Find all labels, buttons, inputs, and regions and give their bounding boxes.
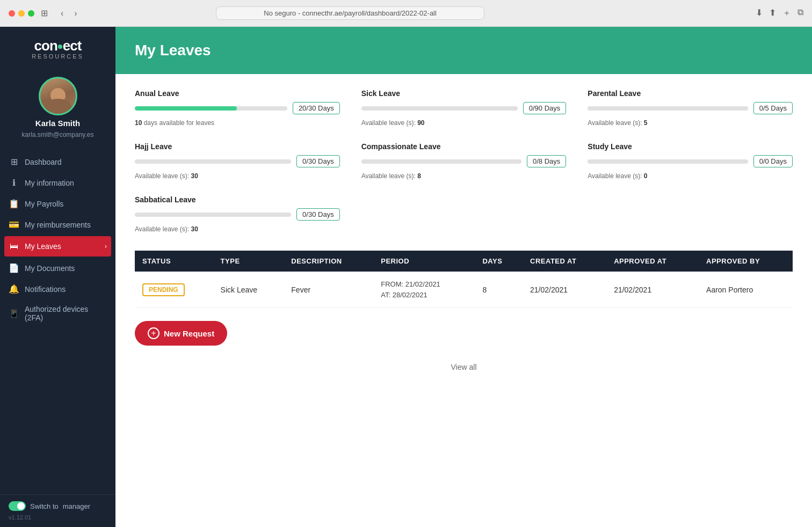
sidebar-item-label: My reimbursements — [25, 221, 91, 229]
leave-card-name-6: Sabbatical Leave — [135, 195, 340, 204]
sidebar-item-label: My Leaves — [25, 242, 61, 251]
avatar — [39, 77, 77, 115]
role-toggle[interactable] — [9, 501, 26, 511]
leave-card-name-2: Parental Leave — [588, 89, 793, 98]
leave-days-badge-3: 0/30 Days — [296, 155, 340, 167]
user-name: Karla Smith — [35, 119, 80, 128]
switch-role-row[interactable]: Switch to manager — [9, 501, 107, 511]
leave-progress-row-5: 0/0 Days — [588, 155, 793, 167]
leave-progress-row-2: 0/5 Days — [588, 102, 793, 114]
leave-available-6: Available leave (s): 30 — [135, 225, 198, 233]
leave-available-5: Available leave (s): 0 — [588, 172, 647, 180]
view-all-link[interactable]: View all — [135, 354, 793, 380]
content-area: Anual Leave 20/30 Days 10 days available… — [115, 74, 812, 527]
leave-card-1: Sick Leave 0/90 Days Available leave (s)… — [361, 89, 567, 127]
approved-at-cell: 21/02/2021 — [606, 272, 699, 308]
new-tab-icon[interactable]: ＋ — [782, 8, 791, 19]
sidebar-item-label: Notifications — [25, 285, 66, 294]
fullscreen-button[interactable] — [28, 10, 34, 17]
sidebar-item-notifications[interactable]: 🔔 Notifications — [0, 279, 115, 299]
sidebar-item-label: My Payrolls — [25, 200, 63, 208]
leave-progress-row-6: 0/30 Days — [135, 208, 340, 221]
sidebar: conect RESOURCES Karla Smith karla.smith… — [0, 27, 115, 527]
download-icon[interactable]: ⬇ — [756, 8, 763, 19]
sidebar-toggle-button[interactable]: ⊞ — [41, 8, 48, 18]
sidebar-bottom: Switch to manager v1.12.01 — [0, 494, 115, 527]
main-content: My Leaves Anual Leave 20/30 Days 10 days… — [115, 27, 812, 527]
period-text: FROM: 21/02/2021AT: 28/02/2021 — [381, 279, 467, 300]
status-badge: PENDING — [142, 283, 185, 296]
leave-days-badge-6: 0/30 Days — [296, 208, 340, 221]
leave-days-badge-4: 0/8 Days — [527, 155, 566, 167]
table-header-row: STATUSTYPEDESCRIPTIONPERIODDAYSCREATED A… — [135, 251, 793, 272]
sidebar-item-label: My information — [25, 179, 74, 187]
leave-card-name-3: Hajj Leave — [135, 142, 340, 151]
type-cell: Sick Leave — [213, 272, 284, 308]
sidebar-item-dashboard[interactable]: ⊞ Dashboard — [0, 151, 115, 172]
authorized-devices-icon: 📱 — [9, 309, 19, 319]
forward-button[interactable]: › — [74, 9, 77, 18]
progress-bar-fill-0 — [135, 106, 237, 111]
sidebar-item-my-documents[interactable]: 📄 My Documents — [0, 258, 115, 279]
leave-available-4: Available leave (s): 8 — [361, 172, 421, 180]
my-payrolls-icon: 📋 — [9, 199, 19, 209]
browser-actions: ⬇ ⬆ ＋ ⧉ — [756, 8, 803, 19]
leave-days-badge-5: 0/0 Days — [753, 155, 793, 167]
col-header-approved-at: APPROVED AT — [606, 251, 699, 272]
leave-card-3: Hajj Leave 0/30 Days Available leave (s)… — [135, 142, 340, 180]
new-request-button[interactable]: + New Request — [135, 321, 227, 346]
avatar-image — [40, 78, 76, 114]
col-header-days: DAYS — [475, 251, 523, 272]
leave-card-name-0: Anual Leave — [135, 89, 340, 98]
minimize-button[interactable] — [18, 10, 25, 17]
switch-role: manager — [63, 502, 90, 510]
leave-card-5: Study Leave 0/0 Days Available leave (s)… — [588, 142, 793, 180]
plus-icon: + — [148, 327, 160, 339]
status-cell: PENDING — [135, 272, 213, 308]
progress-bar-bg-5 — [588, 159, 748, 164]
sidebar-item-my-payrolls[interactable]: 📋 My Payrolls — [0, 193, 115, 214]
address-bar[interactable]: No seguro - connecthr.ae/payroll/dashboa… — [216, 6, 484, 20]
col-header-status: STATUS — [135, 251, 213, 272]
progress-bar-bg-1 — [361, 106, 518, 111]
table-body: PENDING Sick Leave Fever FROM: 21/02/202… — [135, 272, 793, 308]
leave-card-name-4: Compassionate Leave — [361, 142, 567, 151]
sidebar-item-my-reimbursements[interactable]: 💳 My reimbursements — [0, 214, 115, 235]
leave-available-3: Available leave (s): 30 — [135, 172, 198, 180]
progress-bar-bg-2 — [588, 106, 748, 111]
leave-card-4: Compassionate Leave 0/8 Days Available l… — [361, 142, 567, 180]
app-layout: conect RESOURCES Karla Smith karla.smith… — [0, 27, 812, 527]
leave-card-6: Sabbatical Leave 0/30 Days Available lea… — [135, 195, 340, 233]
traffic-lights — [9, 10, 34, 17]
my-leaves-icon: 🛏 — [9, 241, 19, 251]
description-cell: Fever — [284, 272, 373, 308]
sidebar-item-label: My Documents — [25, 264, 75, 273]
sidebar-item-my-leaves[interactable]: 🛏 My Leaves › — [4, 236, 111, 257]
browser-chrome: ⊞ ‹ › No seguro - connecthr.ae/payroll/d… — [0, 0, 812, 27]
days-cell: 8 — [475, 272, 523, 308]
leave-progress-row-3: 0/30 Days — [135, 155, 340, 167]
leave-card-0: Anual Leave 20/30 Days 10 days available… — [135, 89, 340, 127]
leave-available-0: 10 days available for leaves — [135, 119, 214, 127]
share-icon[interactable]: ⬆ — [769, 8, 776, 19]
sidebar-item-authorized-devices[interactable]: 📱 Authorized devices (2FA) — [0, 299, 115, 327]
approved-by-cell: Aaron Portero — [699, 272, 793, 308]
sidebar-item-label: Authorized devices (2FA) — [25, 305, 107, 322]
close-button[interactable] — [9, 10, 15, 17]
col-header-approved-by: APPROVED BY — [699, 251, 793, 272]
leave-days-badge-2: 0/5 Days — [753, 102, 793, 114]
logo-resources: RESOURCES — [32, 53, 84, 60]
progress-bar-bg-3 — [135, 159, 291, 164]
leave-card-2: Parental Leave 0/5 Days Available leave … — [588, 89, 793, 127]
back-button[interactable]: ‹ — [61, 9, 63, 18]
col-header-type: TYPE — [213, 251, 284, 272]
period-cell: FROM: 21/02/2021AT: 28/02/2021 — [373, 272, 475, 308]
leave-available-1: Available leave (s): 90 — [361, 119, 425, 127]
table-row: PENDING Sick Leave Fever FROM: 21/02/202… — [135, 272, 793, 308]
leave-progress-row-4: 0/8 Days — [361, 155, 567, 167]
sidebar-item-my-information[interactable]: ℹ My information — [0, 172, 115, 193]
page-header: My Leaves — [115, 27, 812, 74]
progress-bar-bg-0 — [135, 106, 287, 111]
leave-days-badge-0: 20/30 Days — [293, 102, 340, 114]
window-icon[interactable]: ⧉ — [798, 8, 803, 19]
